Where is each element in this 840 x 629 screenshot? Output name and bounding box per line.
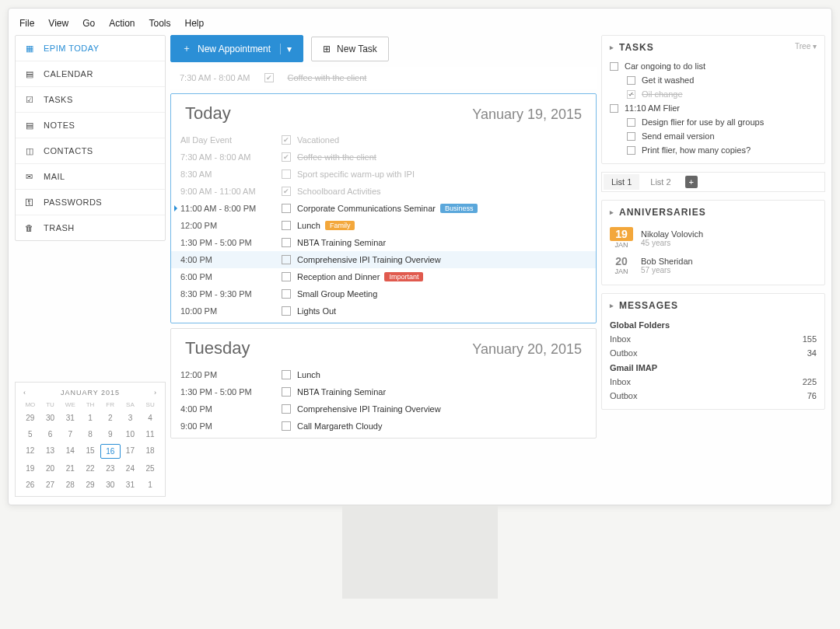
menu-go[interactable]: Go (82, 18, 95, 29)
task-checkbox[interactable] (627, 146, 635, 155)
event-checkbox[interactable] (282, 404, 291, 414)
message-folder[interactable]: Outbox 76 (610, 389, 817, 403)
task-checkbox[interactable] (627, 118, 635, 127)
pinned-checkbox[interactable]: ✔ (264, 73, 274, 82)
event-row[interactable]: 1:30 PM - 5:00 PM NBTA Training Seminar (171, 234, 596, 251)
mini-cal-day[interactable]: 5 (20, 428, 40, 441)
event-checkbox[interactable]: ✔ (282, 187, 291, 196)
mini-cal-day[interactable]: 20 (40, 462, 61, 475)
tab-add-button[interactable]: + (685, 176, 698, 188)
task-item[interactable]: Car ongoing to do list (610, 59, 817, 73)
mini-cal-day[interactable]: 6 (40, 428, 61, 441)
event-checkbox[interactable] (282, 272, 291, 281)
event-checkbox[interactable] (282, 306, 291, 316)
event-checkbox[interactable]: ✔ (282, 135, 291, 145)
event-checkbox[interactable] (282, 221, 291, 230)
sidebar-item-notes[interactable]: ▤ NOTES (16, 113, 165, 138)
task-item[interactable]: Send email version (610, 129, 817, 143)
mini-cal-day[interactable]: 8 (80, 428, 100, 441)
mini-cal-day[interactable]: 31 (121, 478, 141, 491)
message-folder[interactable]: Inbox 225 (610, 375, 817, 389)
sidebar-item-passwords[interactable]: ⚿ PASSWORDS (16, 190, 165, 215)
mini-cal-day[interactable]: 22 (80, 462, 100, 475)
mini-cal-day[interactable]: 17 (121, 444, 141, 459)
new-appointment-button[interactable]: ＋ New Appointment ▾ (170, 35, 303, 62)
menu-help[interactable]: Help (185, 18, 205, 29)
mini-cal-day[interactable]: 10 (121, 428, 141, 441)
mini-cal-day[interactable]: 1 (140, 478, 160, 491)
event-row[interactable]: 12:00 PM LunchFamily (171, 217, 596, 234)
anniversary-item[interactable]: 20JAN Bob Sheridan 57 years (610, 252, 817, 278)
tab-list-1[interactable]: List 1 (604, 174, 639, 190)
mini-cal-prev[interactable]: ‹ (23, 389, 26, 397)
event-row[interactable]: 7:30 AM - 8:00 AM ✔ Coffee with the clie… (171, 149, 596, 166)
mini-cal-day[interactable]: 18 (140, 444, 160, 459)
sidebar-item-trash[interactable]: 🗑 TRASH (16, 215, 165, 240)
sidebar-item-calendar[interactable]: ▤ CALENDAR (16, 61, 165, 87)
message-folder[interactable]: Outbox 34 (610, 346, 817, 360)
mini-cal-day[interactable]: 14 (60, 444, 80, 459)
mini-cal-day[interactable]: 28 (60, 478, 80, 491)
mini-cal-day[interactable]: 29 (80, 478, 100, 491)
event-checkbox[interactable] (282, 255, 291, 264)
mini-cal-day[interactable]: 27 (40, 478, 61, 491)
mini-cal-next[interactable]: › (154, 389, 157, 397)
event-row[interactable]: 11:00 AM - 8:00 PM Corporate Communicati… (171, 200, 596, 217)
message-group[interactable]: Gmail IMAP (610, 360, 817, 375)
event-checkbox[interactable] (282, 289, 291, 299)
mini-cal-day[interactable]: 1 (80, 411, 100, 425)
event-row[interactable]: 8:30 AM Sport specific warm-up with IPI (171, 166, 596, 183)
mini-cal-day[interactable]: 26 (20, 478, 40, 491)
sidebar-item-tasks[interactable]: ☑ TASKS (16, 87, 165, 113)
message-folder[interactable]: Inbox 155 (610, 332, 817, 346)
mini-cal-day[interactable]: 21 (60, 462, 80, 475)
mini-cal-day[interactable]: 15 (80, 444, 100, 459)
task-item[interactable]: Design flier for use by all groups (610, 115, 817, 129)
menu-view[interactable]: View (48, 18, 68, 29)
sidebar-item-epim-today[interactable]: ▦ EPIM TODAY (16, 36, 165, 61)
event-row[interactable]: 9:00 PM Call Margareth Cloudy (171, 418, 596, 435)
anniversary-item[interactable]: 19JAN Nikolay Volovich 45 years (610, 224, 817, 252)
mini-cal-day[interactable]: 4 (140, 411, 160, 425)
task-item[interactable]: Print flier, how many copies? (610, 143, 817, 157)
sidebar-item-mail[interactable]: ✉ MAIL (16, 164, 165, 190)
new-task-button[interactable]: ⊞ New Task (311, 37, 389, 61)
event-checkbox[interactable] (282, 204, 291, 213)
event-checkbox[interactable] (282, 370, 291, 379)
event-row[interactable]: 12:00 PM Lunch (171, 366, 596, 383)
message-group[interactable]: Global Folders (610, 317, 817, 332)
mini-cal-day[interactable]: 23 (100, 462, 121, 475)
task-checkbox[interactable]: ✔ (627, 90, 635, 99)
task-item[interactable]: ✔ Oil change (610, 87, 817, 101)
mini-cal-day[interactable]: 25 (140, 462, 160, 475)
event-checkbox[interactable] (282, 169, 291, 179)
mini-cal-day[interactable]: 2 (100, 411, 121, 425)
task-checkbox[interactable] (610, 62, 618, 71)
event-checkbox[interactable]: ✔ (282, 152, 291, 162)
event-row[interactable]: 4:00 PM Comprehensive IPI Training Overv… (171, 400, 596, 418)
mini-cal-day[interactable]: 29 (20, 411, 40, 425)
mini-cal-day[interactable]: 19 (20, 462, 40, 475)
event-row[interactable]: 1:30 PM - 5:00 PM NBTA Training Seminar (171, 383, 596, 400)
task-checkbox[interactable] (627, 132, 635, 141)
event-row[interactable]: 9:00 AM - 11:00 AM ✔ Schoolboard Activit… (171, 183, 596, 200)
chevron-down-icon[interactable]: ▾ (280, 44, 292, 54)
menu-file[interactable]: File (19, 18, 34, 29)
mini-cal-day[interactable]: 30 (100, 478, 121, 491)
mini-cal-day[interactable]: 7 (60, 428, 80, 441)
event-row[interactable]: All Day Event ✔ Vacationed (171, 131, 596, 149)
tab-list-2[interactable]: List 2 (642, 174, 678, 190)
event-row[interactable]: 8:30 PM - 9:30 PM Small Group Meeting (171, 285, 596, 302)
mini-cal-day[interactable]: 13 (40, 444, 61, 459)
event-checkbox[interactable] (282, 238, 291, 247)
menu-tools[interactable]: Tools (149, 18, 171, 29)
event-checkbox[interactable] (282, 387, 291, 397)
sidebar-item-contacts[interactable]: ◫ CONTACTS (16, 138, 165, 164)
mini-cal-day[interactable]: 11 (140, 428, 160, 441)
mini-cal-day[interactable]: 3 (121, 411, 141, 425)
mini-cal-day[interactable]: 30 (40, 411, 61, 425)
menu-action[interactable]: Action (109, 18, 135, 29)
event-row[interactable]: 10:00 PM Lights Out (171, 302, 596, 320)
event-row[interactable]: 4:00 PM Comprehensive IPI Training Overv… (171, 251, 596, 268)
task-checkbox[interactable] (627, 76, 635, 85)
